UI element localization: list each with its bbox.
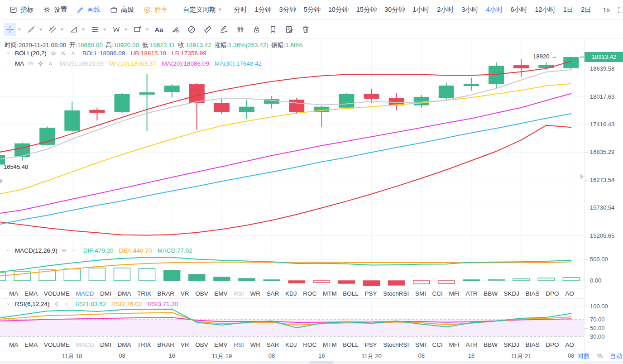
tab-dpo[interactable]: DPO xyxy=(546,290,559,297)
custom-period-dropdown[interactable]: 自定义周期 xyxy=(183,5,222,14)
menu-settings[interactable]: 设置 xyxy=(43,5,67,14)
tool-crosshair[interactable] xyxy=(4,23,21,36)
tool-pattern[interactable] xyxy=(234,23,247,36)
tool-horizontal-lines[interactable] xyxy=(89,23,106,36)
tab-roc[interactable]: ROC xyxy=(303,341,316,348)
tab-skdj[interactable]: SKDJ xyxy=(504,341,520,348)
tab-sar[interactable]: SAR xyxy=(267,290,279,297)
tab-macd[interactable]: MACD xyxy=(76,290,94,297)
eye-button[interactable] xyxy=(27,60,34,67)
collapse-chevron-icon[interactable] xyxy=(5,301,12,307)
tab-mfi[interactable]: MFI xyxy=(449,290,460,297)
scale-button-对数[interactable]: 对数 xyxy=(578,352,590,360)
tool-trash[interactable] xyxy=(299,23,312,36)
chart-canvas[interactable] xyxy=(0,39,584,360)
tab-ao[interactable]: AO xyxy=(565,341,574,348)
timeframe-3小时[interactable]: 3小时 xyxy=(461,5,478,14)
timeframe-12小时[interactable]: 12小时 xyxy=(535,5,556,14)
tab-trix[interactable]: TRIX xyxy=(137,290,151,297)
timeframe-3分钟[interactable]: 3分钟 xyxy=(279,5,296,14)
tool-fib-circle[interactable] xyxy=(185,23,198,36)
tab-rsi[interactable]: RSI xyxy=(234,341,244,348)
chevron-down-icon[interactable] xyxy=(60,29,64,31)
tab-ma[interactable]: MA xyxy=(9,341,18,348)
tool-trend-line[interactable] xyxy=(25,23,43,36)
timeframe-1小时[interactable]: 1小时 xyxy=(412,5,429,14)
tab-sar[interactable]: SAR xyxy=(267,341,279,348)
tab-trix[interactable]: TRIX xyxy=(137,341,151,348)
tab-macd[interactable]: MACD xyxy=(76,341,94,348)
timeframe-15分钟[interactable]: 15分钟 xyxy=(356,5,377,14)
tab-volume[interactable]: VOLUME xyxy=(44,341,70,348)
collapse-chevron-icon[interactable] xyxy=(5,247,12,254)
tab-kdj[interactable]: KDJ xyxy=(285,341,297,348)
chevron-down-icon[interactable] xyxy=(145,29,149,31)
fullscreen-icon[interactable] xyxy=(617,6,623,14)
tab-dma[interactable]: DMA xyxy=(117,290,131,297)
tab-boll[interactable]: BOLL xyxy=(343,290,359,297)
tab-mtm[interactable]: MTM xyxy=(323,341,337,348)
collapse-chevron-icon[interactable] xyxy=(5,50,12,57)
tab-skdj[interactable]: SKDJ xyxy=(504,290,520,297)
tab-obv[interactable]: OBV xyxy=(195,290,208,297)
tab-ma[interactable]: MA xyxy=(9,290,18,297)
timeframe-10分钟[interactable]: 10分钟 xyxy=(328,5,349,14)
tab-vr[interactable]: VR xyxy=(181,290,189,297)
chevron-down-icon[interactable] xyxy=(39,29,43,31)
tab-obv[interactable]: OBV xyxy=(195,341,208,348)
tab-bias[interactable]: BIAS xyxy=(526,341,540,348)
resolution-label[interactable]: 1s xyxy=(603,6,610,14)
eye-button[interactable] xyxy=(50,50,57,57)
tab-smi[interactable]: SMI xyxy=(415,341,426,348)
gear-button[interactable] xyxy=(37,60,44,67)
menu-winrate[interactable]: 胜率 xyxy=(143,5,168,14)
timeframe-5分钟[interactable]: 5分钟 xyxy=(304,5,321,14)
tab-dmi[interactable]: DMI xyxy=(100,341,111,348)
timeframe-2小时[interactable]: 2小时 xyxy=(437,5,454,14)
tab-ao[interactable]: AO xyxy=(565,290,574,297)
tab-psy[interactable]: PSY xyxy=(365,290,377,297)
timeframe-1日[interactable]: 1日 xyxy=(563,5,574,14)
chevron-down-icon[interactable] xyxy=(103,29,106,31)
tab-brar[interactable]: BRAR xyxy=(158,341,175,348)
gear-button[interactable] xyxy=(53,301,60,307)
tab-emv[interactable]: EMV xyxy=(214,290,227,297)
tab-mfi[interactable]: MFI xyxy=(449,341,460,348)
tab-stochrsi[interactable]: StochRSI xyxy=(383,290,409,297)
tab-mtm[interactable]: MTM xyxy=(323,290,337,297)
menu-draw[interactable]: 画线 xyxy=(76,5,101,14)
tool-wave[interactable] xyxy=(110,23,128,36)
timeframe-30分钟[interactable]: 30分钟 xyxy=(384,5,405,14)
left-pane-handle-icon[interactable] xyxy=(0,178,3,184)
tool-ruler[interactable] xyxy=(201,23,214,36)
tool-lock[interactable] xyxy=(250,23,263,36)
tab-bbw[interactable]: BBW xyxy=(484,290,498,297)
tab-volume[interactable]: VOLUME xyxy=(44,290,70,297)
timeframe-2日[interactable]: 2日 xyxy=(581,5,591,14)
chart-area[interactable]: 时间:2020-11-21 08:00 开:18660.00 高:18920.0… xyxy=(0,39,584,360)
tab-bias[interactable]: BIAS xyxy=(526,290,540,297)
tab-wr[interactable]: WR xyxy=(250,341,260,348)
tool-note[interactable] xyxy=(283,23,296,36)
tab-rsi[interactable]: RSI xyxy=(234,290,244,297)
tool-text[interactable]: Aa xyxy=(153,23,165,36)
chevron-down-icon[interactable] xyxy=(124,29,128,31)
tab-wr[interactable]: WR xyxy=(250,290,260,297)
tab-cci[interactable]: CCI xyxy=(432,341,443,348)
timeframe-分时[interactable]: 分时 xyxy=(234,5,247,14)
chevron-down-icon[interactable] xyxy=(81,29,85,31)
tool-angle[interactable] xyxy=(67,23,85,36)
scale-button-自动[interactable]: 自动 xyxy=(610,352,622,360)
tab-ema[interactable]: EMA xyxy=(24,290,38,297)
tab-dpo[interactable]: DPO xyxy=(546,341,559,348)
close-button[interactable] xyxy=(70,50,77,57)
price-axis[interactable]: 18913.4218639.5818017.6317416.4316835.29… xyxy=(584,39,623,361)
tool-brush[interactable] xyxy=(169,23,182,36)
tab-roc[interactable]: ROC xyxy=(303,290,316,297)
tab-smi[interactable]: SMI xyxy=(415,290,426,297)
tab-boll[interactable]: BOLL xyxy=(343,341,359,348)
tab-stochrsi[interactable]: StochRSI xyxy=(383,341,409,348)
tool-bookmark[interactable] xyxy=(267,23,279,36)
timeframe-1分钟[interactable]: 1分钟 xyxy=(255,5,272,14)
tab-emv[interactable]: EMV xyxy=(214,341,227,348)
